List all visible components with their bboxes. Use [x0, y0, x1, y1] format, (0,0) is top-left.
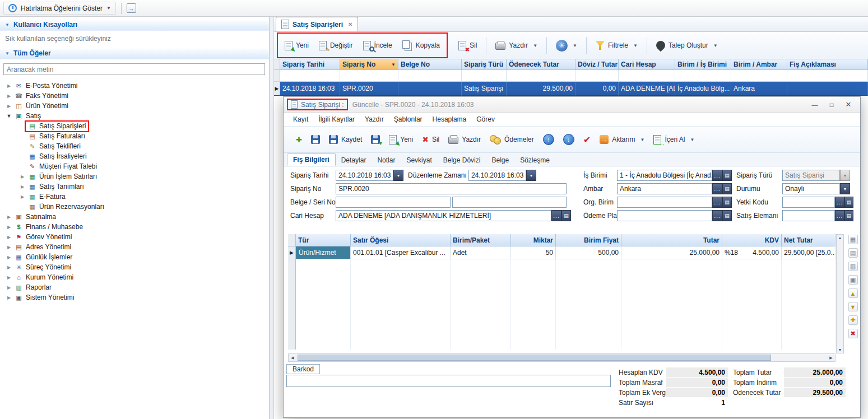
expander-icon[interactable]: ▶ [6, 215, 12, 220]
durumu-value[interactable]: Onaylı [782, 183, 840, 194]
siparis-no-field[interactable]: SPR.0020 [336, 183, 567, 194]
men u-hesaplama[interactable]: Hesaplama [428, 115, 472, 123]
tab-notlar[interactable]: Notlar [372, 155, 401, 166]
column-header[interactable]: Satır Öğesi [351, 234, 451, 246]
org-birim-field[interactable]: ... ▤ [617, 197, 732, 208]
odeme-plani-field[interactable]: ... ▤ [617, 210, 732, 221]
tree-item-urun-islem-satirlari[interactable]: ▶ ▦Ürün İşlem Satırları [0, 171, 269, 181]
tree-item-e-fatura[interactable]: ▶ ▦E-Fatura [0, 192, 269, 202]
dropdown-icon[interactable]: ▼ [840, 183, 850, 194]
expander-icon[interactable]: ▶ [6, 285, 12, 290]
expander-icon[interactable]: ▶ [6, 104, 12, 109]
expander-icon[interactable]: ▶ [6, 255, 12, 260]
expander-icon[interactable]: ▶ [6, 245, 12, 250]
lookup-ellipsis-button[interactable]: ... [712, 183, 722, 194]
tree-item-satis-tanimlari[interactable]: ▶ ▦Satış Tanımları [0, 181, 269, 192]
tree-item-satis-faturalari[interactable]: ▤Satış Faturaları [0, 131, 269, 141]
open-record-button[interactable]: ▤ [722, 183, 732, 194]
scroll-down-icon[interactable]: ▼ [838, 347, 842, 353]
previous-record-icon[interactable]: ↑ [543, 134, 554, 145]
tree-item-urun-yonetimi[interactable]: ▶ ◫Ürün Yönetimi [0, 101, 269, 111]
next-record-icon[interactable]: ↓ [563, 134, 574, 145]
filter-cell[interactable] [619, 70, 675, 82]
grid-columns-icon[interactable]: ▦ [848, 235, 858, 244]
column-header[interactable]: Tutar [621, 234, 722, 246]
tree-item-satis-irsaliyeleri[interactable]: ▦Satış İrsaliyeleri [0, 151, 269, 161]
grid-list-icon[interactable]: ▣ [848, 275, 858, 285]
menu-ilgili-kayitlar[interactable]: İlgili Kayıtlar [313, 115, 360, 123]
column-header[interactable]: Tür [296, 234, 351, 246]
expander-icon[interactable]: ▶ [6, 235, 12, 240]
belge-no-field[interactable] [336, 197, 451, 208]
column-header[interactable]: Sipariş Türü [462, 59, 507, 70]
cari-hesap-field[interactable]: ADA DENEME [ADA DANIŞMANLIK HİZMETLERİ] … [336, 210, 571, 221]
sil-button[interactable]: ✖ Sil [422, 135, 439, 144]
tree-item-musteri-fiyat-talebi[interactable]: ✎Müşteri Fiyat Talebi [0, 161, 269, 171]
barkod-input[interactable] [286, 375, 611, 387]
scrollbar-thumb[interactable] [298, 355, 771, 361]
scroll-left-icon[interactable]: ◀ [289, 356, 296, 360]
lookup-ellipsis-button[interactable]: ... [551, 210, 561, 221]
filter-cell[interactable] [340, 70, 398, 82]
filtrele-button[interactable]: Filtrele ▼ [591, 38, 643, 53]
kaydet-button[interactable]: Kaydet [329, 135, 362, 144]
date-dropdown-icon[interactable]: ▼ [526, 170, 536, 181]
column-header[interactable]: Sipariş Tarihi [280, 59, 340, 70]
column-header[interactable]: Birim / İş Birimi [675, 59, 731, 70]
kopyala-button[interactable]: Kopyala [397, 37, 445, 54]
column-header[interactable]: Miktar [511, 234, 556, 246]
minimize-button[interactable]: — [806, 99, 823, 111]
row-delete-icon[interactable]: ✖ [848, 329, 858, 338]
filter-cell[interactable] [462, 70, 507, 82]
exit-door-icon[interactable]: → [127, 3, 136, 13]
close-tab-icon[interactable]: ✕ [348, 21, 352, 27]
add-icon[interactable]: ✚ [296, 136, 302, 144]
menu-yazdir[interactable]: Yazdır [360, 115, 389, 123]
incele-button[interactable]: İncele [358, 38, 397, 54]
filter-cell[interactable] [280, 70, 340, 82]
tab-fis-bilgileri[interactable]: Fiş Bilgileri [287, 153, 336, 166]
odeme-plani-value[interactable] [617, 210, 712, 221]
expander-icon[interactable]: ▶ [6, 265, 12, 270]
dialog-title-bar[interactable]: Satış Siparişi : Güncelle - SPR.0020 - 2… [284, 97, 860, 113]
filter-cell[interactable] [675, 70, 731, 82]
save-icon[interactable] [311, 135, 320, 144]
tab-belge[interactable]: Belge [486, 155, 514, 166]
cari-hesap-value[interactable]: ADA DENEME [ADA DANIŞMANLIK HİZMETLERİ] [336, 210, 551, 221]
menu-sablonlar[interactable]: Şablonlar [389, 115, 428, 123]
is-birimi-field[interactable]: 1 - İç Anadolu Bölgesi [İç Anad... ... ▤ [617, 170, 732, 181]
ambar-value[interactable]: Ankara [617, 183, 712, 194]
expander-icon[interactable]: ▶ [6, 295, 12, 300]
tree-item-satis-teklifleri[interactable]: ✎Satış Teklifleri [0, 141, 269, 151]
belge-no-value[interactable] [336, 197, 451, 208]
org-birim-value[interactable] [617, 197, 712, 208]
filter-cell[interactable] [575, 70, 619, 82]
lookup-ellipsis-button[interactable]: ... [835, 197, 844, 208]
siparis-tarihi-field[interactable]: 24.10.2018 16:03 ▼ [336, 170, 403, 181]
tree-item-sistem-yonetimi[interactable]: ▶ ▣Sistem Yönetimi [0, 292, 269, 302]
satis-elemani-field[interactable]: ... ▤ [782, 210, 853, 221]
column-header[interactable]: Net Tutar [782, 234, 835, 246]
tree-item-finans-muhasebe[interactable]: ▶ $Finans / Muhasebe [0, 222, 269, 232]
column-header[interactable]: Belge No [398, 59, 462, 70]
row-move-down-icon[interactable]: ▼ [848, 302, 858, 311]
scroll-up-icon[interactable]: ▲ [838, 235, 842, 241]
expander-icon[interactable]: ▶ [19, 174, 26, 179]
expander-icon[interactable]: ▶ [19, 184, 26, 189]
scroll-right-icon[interactable]: ▶ [827, 356, 835, 360]
tree-item-faks-yonetimi[interactable]: ▶ ☎Faks Yönetimi [0, 91, 269, 101]
tree-item-gunluk-islemler[interactable]: ▶ ▦Günlük İşlemler [0, 252, 269, 262]
tree-item-urun-rezervasyonlari[interactable]: ▦Ürün Rezervasyonları [0, 202, 269, 212]
tree-item-surec-yonetimi[interactable]: ▶ ✳Süreç Yönetimi [0, 262, 269, 272]
talep-olustur-button[interactable]: Talep Oluştur ▼ [651, 38, 723, 53]
search-input[interactable] [3, 63, 265, 75]
save-close-icon[interactable]: ▼ [371, 135, 380, 144]
tree-item-kurum-yonetimi[interactable]: ▶ ⌂Kurum Yönetimi [0, 272, 269, 282]
lookup-ellipsis-button[interactable]: ... [712, 170, 722, 181]
tree-item-satinalma[interactable]: ▶ ▣Satınalma [0, 212, 269, 222]
expander-icon[interactable]: ▶ [6, 94, 12, 99]
degistir-button[interactable]: ✎ Değiştir [314, 38, 358, 54]
column-header[interactable]: Cari Hesap [619, 59, 675, 70]
lookup-ellipsis-button[interactable]: ... [712, 210, 722, 221]
tab-satis-siparisleri[interactable]: Satış Siparişleri ✕ [276, 17, 358, 31]
